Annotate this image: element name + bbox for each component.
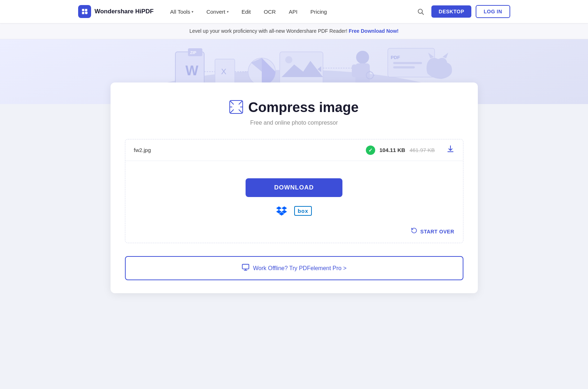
promo-banner: Level up your work proficiency with all-… bbox=[0, 23, 588, 39]
svg-point-12 bbox=[356, 51, 369, 64]
svg-point-11 bbox=[285, 56, 292, 63]
compress-icon bbox=[229, 100, 243, 115]
cloud-save-row: box bbox=[276, 206, 312, 216]
svg-line-31 bbox=[230, 109, 234, 113]
success-icon: ✓ bbox=[366, 146, 375, 155]
result-content: DOWNLOAD box bbox=[125, 161, 463, 227]
offline-banner[interactable]: Work Offline? Try PDFelement Pro > bbox=[125, 256, 463, 280]
file-download-icon[interactable] bbox=[446, 145, 454, 155]
nav-convert[interactable]: Convert ▾ bbox=[201, 6, 234, 18]
banner-link[interactable]: Free Download Now! bbox=[349, 28, 399, 34]
file-name: fw2.jpg bbox=[134, 147, 151, 153]
nav-ocr[interactable]: OCR bbox=[259, 6, 281, 18]
dropbox-icon[interactable] bbox=[276, 206, 287, 216]
chevron-down-icon: ▾ bbox=[227, 10, 229, 14]
desktop-button[interactable]: DESKTOP bbox=[431, 5, 471, 18]
nav-actions: DESKTOP LOG IN bbox=[414, 5, 510, 18]
navbar: Wondershare HiPDF All Tools ▾ Convert ▾ … bbox=[0, 0, 588, 23]
start-over-label: START OVER bbox=[420, 229, 454, 234]
nav-links: All Tools ▾ Convert ▾ Edit OCR API Prici… bbox=[165, 6, 403, 18]
file-row: fw2.jpg ✓ 104.11 KB 461.97 KB bbox=[125, 139, 463, 161]
old-file-size: 461.97 KB bbox=[409, 147, 435, 153]
start-over-button[interactable]: START OVER bbox=[411, 227, 454, 236]
svg-rect-19 bbox=[393, 66, 415, 68]
login-button[interactable]: LOG IN bbox=[476, 5, 510, 18]
tool-card: Compress image Free and online photo com… bbox=[111, 82, 478, 293]
svg-text:W: W bbox=[185, 63, 198, 78]
svg-rect-10 bbox=[280, 52, 323, 84]
nav-all-tools[interactable]: All Tools ▾ bbox=[165, 6, 199, 18]
svg-line-1 bbox=[422, 13, 424, 15]
start-over-row: START OVER bbox=[125, 227, 463, 243]
main-content: Compress image Free and online photo com… bbox=[103, 82, 485, 315]
file-result-box: fw2.jpg ✓ 104.11 KB 461.97 KB DOWNLOAD bbox=[125, 139, 463, 243]
card-title-area: Compress image bbox=[125, 100, 463, 115]
svg-text:PDF: PDF bbox=[391, 55, 400, 60]
svg-rect-15 bbox=[364, 64, 370, 77]
chevron-down-icon: ▾ bbox=[192, 10, 193, 14]
box-icon[interactable]: box bbox=[294, 206, 312, 216]
page-subtitle: Free and online photo compressor bbox=[125, 120, 463, 126]
logo[interactable]: Wondershare HiPDF bbox=[78, 5, 154, 18]
file-size-area: ✓ 104.11 KB 461.97 KB bbox=[366, 146, 435, 155]
nav-pricing[interactable]: Pricing bbox=[305, 6, 332, 18]
svg-line-30 bbox=[230, 101, 234, 104]
svg-text:X: X bbox=[221, 67, 226, 76]
new-file-size: 104.11 KB bbox=[380, 147, 405, 153]
monitor-icon bbox=[242, 263, 250, 273]
svg-line-32 bbox=[239, 101, 242, 104]
refresh-icon bbox=[411, 227, 417, 236]
svg-rect-34 bbox=[242, 264, 249, 269]
offline-text: Work Offline? Try PDFelement Pro > bbox=[253, 265, 347, 272]
search-icon[interactable] bbox=[414, 5, 427, 18]
page-title: Compress image bbox=[248, 100, 359, 115]
logo-icon bbox=[78, 5, 91, 18]
banner-text: Level up your work proficiency with all-… bbox=[189, 28, 347, 34]
svg-text:ZIP: ZIP bbox=[190, 50, 196, 55]
svg-rect-18 bbox=[393, 62, 422, 64]
svg-rect-14 bbox=[352, 64, 357, 77]
nav-edit[interactable]: Edit bbox=[237, 6, 256, 18]
download-button[interactable]: DOWNLOAD bbox=[246, 178, 343, 197]
svg-line-33 bbox=[239, 109, 242, 113]
logo-text: Wondershare HiPDF bbox=[95, 8, 154, 15]
nav-api[interactable]: API bbox=[284, 6, 302, 18]
